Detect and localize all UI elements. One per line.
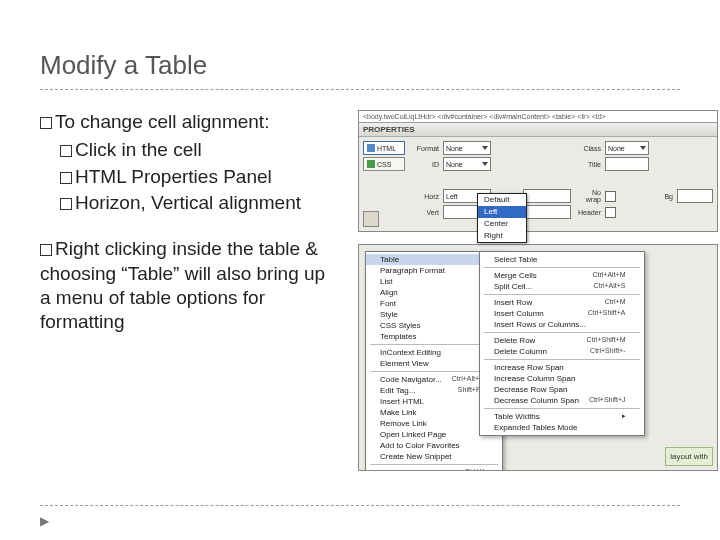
bullet-sub-3: Horizon, Vertical alignment: [60, 191, 340, 215]
properties-panel: <body.twoColLiqLtHdr> <div#container> <d…: [358, 110, 718, 232]
h-input[interactable]: [523, 205, 571, 219]
header-chk-label: Header: [575, 209, 601, 216]
id-select[interactable]: None: [443, 157, 491, 171]
menu-item[interactable]: Delete RowCtrl+Shift+M: [480, 335, 644, 346]
title-label: Title: [575, 161, 601, 168]
html-mode-button[interactable]: HTML: [363, 141, 405, 155]
title-input[interactable]: [605, 157, 649, 171]
footer-divider: [40, 505, 680, 506]
menu-item[interactable]: Increase Row Span: [480, 362, 644, 373]
vert-label: Vert: [409, 209, 439, 216]
menu-item[interactable]: Decrease Row Span: [480, 384, 644, 395]
horz-option[interactable]: Left: [478, 206, 526, 218]
css-icon: [367, 160, 375, 168]
nowrap-label: No wrap: [575, 189, 601, 203]
square-bullet-icon: [60, 145, 72, 157]
bullet-sub-3-lead: Horizon,: [75, 192, 151, 213]
menu-item[interactable]: Insert Rows or Columns...: [480, 319, 644, 330]
bullet-sub-2-rest: Properties Panel: [131, 166, 271, 187]
bg-label: Bg: [653, 193, 673, 200]
bullet-sub-1: Click in the cell: [60, 138, 340, 162]
bullet-sub-3-rest: Vertical alignment: [151, 192, 301, 213]
slide-arrow-icon: ▶: [40, 514, 49, 528]
menu-separator: [484, 294, 640, 295]
menu-item[interactable]: Insert ColumnCtrl+Shift+A: [480, 308, 644, 319]
menu-separator: [484, 267, 640, 268]
horz-option[interactable]: Center: [478, 218, 526, 230]
menu-item[interactable]: Select Table: [480, 254, 644, 265]
format-label: Format: [409, 145, 439, 152]
square-bullet-icon: [60, 172, 72, 184]
bullet-main-1: To change cell alignment:: [40, 110, 340, 134]
panel-header: PROPERTIES: [359, 123, 717, 137]
html-icon: [367, 144, 375, 152]
menu-item[interactable]: Add to Color Favorites: [366, 440, 502, 451]
css-mode-label: CSS: [377, 161, 391, 168]
bullet-main-1-lead: To: [55, 111, 80, 132]
horz-dropdown-list[interactable]: DefaultLeftCenterRight: [477, 193, 527, 243]
menu-item[interactable]: Merge CellsCtrl+Alt+M: [480, 270, 644, 281]
horz-label: Horz: [409, 193, 439, 200]
menu-item[interactable]: Delete ColumnCtrl+Shift+-: [480, 346, 644, 357]
horz-option[interactable]: Right: [478, 230, 526, 242]
nowrap-checkbox[interactable]: [605, 191, 616, 202]
id-label: ID: [409, 161, 439, 168]
bullet-main-2-lead: Right: [55, 238, 105, 259]
bullet-sub-1-rest: in the cell: [121, 139, 201, 160]
bullet-sub-2-lead: HTML: [75, 166, 131, 187]
bullet-main-1-rest: change cell alignment:: [80, 111, 269, 132]
tag-breadcrumbs[interactable]: <body.twoColLiqLtHdr> <div#container> <d…: [359, 111, 717, 123]
bullet-sub-2: HTML Properties Panel: [60, 165, 340, 189]
menu-item[interactable]: Decrease Column SpanCtrl+Shift+J: [480, 395, 644, 406]
title-divider: [40, 89, 680, 90]
menu-separator: [484, 332, 640, 333]
menu-separator: [484, 359, 640, 360]
square-bullet-icon: [40, 244, 52, 256]
menu-item[interactable]: Create New Snippet: [366, 451, 502, 462]
bullet-main-2: Right clicking inside the table & choosi…: [40, 237, 340, 334]
square-bullet-icon: [40, 117, 52, 129]
html-mode-label: HTML: [377, 145, 396, 152]
class-label: Class: [575, 145, 601, 152]
context-menu-panel: layout with TableParagraph FormatListAli…: [358, 244, 718, 471]
menu-item[interactable]: Expanded Tables Mode: [480, 422, 644, 433]
class-select[interactable]: None: [605, 141, 649, 155]
square-bullet-icon: [60, 198, 72, 210]
menu-item[interactable]: Insert RowCtrl+M: [480, 297, 644, 308]
css-mode-button[interactable]: CSS: [363, 157, 405, 171]
bullet-sub-1-lead: Click: [75, 139, 121, 160]
cell-icon[interactable]: [363, 211, 379, 227]
bg-input[interactable]: [677, 189, 713, 203]
menu-item[interactable]: Table Widths: [480, 411, 644, 422]
horz-option[interactable]: Default: [478, 194, 526, 206]
menu-item[interactable]: Split Cell...Ctrl+Alt+S: [480, 281, 644, 292]
menu-separator: [370, 464, 498, 465]
menu-separator: [484, 408, 640, 409]
menu-item[interactable]: Increase Column Span: [480, 373, 644, 384]
w-input[interactable]: [523, 189, 571, 203]
slide-title: Modify a Table: [40, 50, 680, 81]
menu-item[interactable]: CutCtrl+X: [366, 467, 502, 471]
text-column: To change cell alignment: Click in the c…: [40, 110, 340, 471]
table-submenu[interactable]: Select TableMerge CellsCtrl+Alt+MSplit C…: [479, 251, 645, 436]
format-select[interactable]: None: [443, 141, 491, 155]
header-checkbox[interactable]: [605, 207, 616, 218]
background-page-text: layout with: [665, 447, 713, 466]
